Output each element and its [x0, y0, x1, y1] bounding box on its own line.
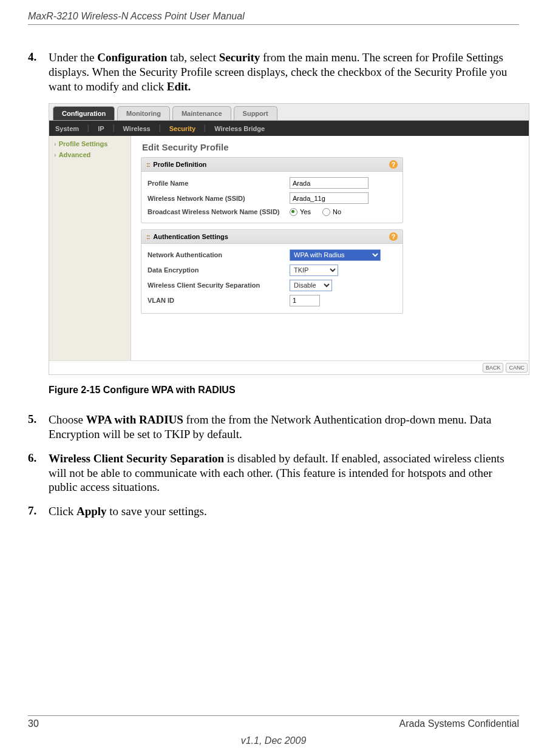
text-bold: Security — [219, 51, 260, 64]
text: to save your settings. — [107, 505, 207, 518]
step-6-number: 6. — [28, 451, 49, 494]
step-4-number: 4. — [28, 50, 49, 93]
text: Click — [49, 505, 76, 518]
separator: ┊ — [86, 124, 90, 132]
step-6-text: Wireless Client Security Separation is d… — [49, 451, 519, 494]
subnav-security[interactable]: Security — [169, 125, 195, 132]
panel-profile-definition: ::Profile Definition ? Profile Name Wire… — [141, 157, 403, 223]
step-5-text: Choose WPA with RADIUS from the from the… — [49, 413, 519, 442]
tab-support[interactable]: Support — [234, 106, 277, 120]
broadcast-yes-label: Yes — [300, 208, 311, 215]
profile-name-input[interactable] — [290, 177, 369, 189]
broadcast-yes-radio[interactable] — [290, 208, 297, 216]
separator: ┊ — [203, 124, 207, 132]
step-7-text: Click Apply to save your settings. — [49, 504, 207, 519]
panel-dots-icon: :: — [146, 233, 149, 240]
ssid-input[interactable] — [290, 192, 369, 204]
bottom-strip: BACK CANC — [49, 360, 529, 374]
panel2-title: Authentication Settings — [153, 233, 228, 240]
screenshot: Configuration Monitoring Maintenance Sup… — [49, 103, 529, 375]
subnav-wireless-bridge[interactable]: Wireless Bridge — [214, 125, 265, 132]
footer-confidential: Arada Systems Confidential — [399, 718, 519, 729]
vlan-id-label: VLAN ID — [148, 297, 290, 304]
ssid-label: Wireless Network Name (SSID) — [148, 195, 290, 202]
data-encryption-label: Data Encryption — [148, 266, 290, 274]
pane-title: Edit Security Profile — [142, 142, 519, 152]
panel-authentication-settings: ::Authentication Settings ? Network Auth… — [141, 229, 403, 314]
page-number: 30 — [28, 718, 39, 729]
subnav-wireless[interactable]: Wireless — [123, 125, 151, 132]
step-7-number: 7. — [28, 504, 49, 519]
sidemenu-advanced[interactable]: Advanced — [49, 149, 131, 160]
help-icon[interactable]: ? — [389, 232, 398, 241]
tab-monitoring[interactable]: Monitoring — [117, 106, 170, 120]
text: Choose — [49, 413, 86, 426]
profile-name-label: Profile Name — [148, 180, 290, 187]
client-separation-label: Wireless Client Security Separation — [148, 282, 290, 289]
text-bold: WPA with RADIUS — [86, 413, 183, 426]
separator: ┊ — [158, 124, 162, 132]
subnav-system[interactable]: System — [55, 125, 79, 132]
text-bold: Configuration — [97, 51, 167, 64]
text: tab, select — [167, 51, 219, 64]
client-separation-select[interactable]: Disable — [290, 280, 332, 291]
tab-bar: Configuration Monitoring Maintenance Sup… — [49, 104, 529, 121]
page-header: MaxR-3210 Wireless-N Access Point User M… — [28, 11, 519, 25]
text: Under the — [49, 51, 97, 64]
data-encryption-select[interactable]: TKIP — [290, 265, 338, 276]
panel-dots-icon: :: — [146, 161, 149, 168]
step-5-number: 5. — [28, 413, 49, 442]
subnav-ip[interactable]: IP — [98, 125, 104, 132]
tab-configuration[interactable]: Configuration — [53, 106, 115, 120]
tab-maintenance[interactable]: Maintenance — [172, 106, 231, 120]
footer-version: v1.1, Dec 2009 — [28, 735, 519, 746]
back-button[interactable]: BACK — [483, 363, 504, 373]
text-bold: Edit. — [167, 80, 191, 93]
text-bold: Apply — [76, 505, 107, 518]
broadcast-no-radio[interactable] — [322, 208, 330, 216]
text-bold: Wireless Client Security Separation — [49, 452, 224, 465]
network-auth-label: Network Authentication — [148, 251, 290, 258]
step-4-text: Under the Configuration tab, select Secu… — [49, 50, 519, 93]
cancel-button[interactable]: CANC — [506, 363, 528, 373]
panel1-title: Profile Definition — [153, 161, 206, 168]
network-auth-select[interactable]: WPA with Radius — [290, 249, 381, 261]
sub-nav: System┊ IP┊ Wireless┊ Security┊ Wireless… — [49, 121, 529, 136]
help-icon[interactable]: ? — [389, 160, 398, 169]
vlan-id-input[interactable] — [290, 295, 320, 306]
separator: ┊ — [112, 124, 116, 132]
broadcast-no-label: No — [333, 208, 341, 215]
broadcast-ssid-label: Broadcast Wireless Network Name (SSID) — [148, 208, 290, 215]
figure-caption: Figure 2-15 Configure WPA with RADIUS — [49, 385, 519, 396]
sidemenu-profile-settings[interactable]: Profile Settings — [49, 138, 131, 149]
side-menu: Profile Settings Advanced — [49, 136, 131, 360]
